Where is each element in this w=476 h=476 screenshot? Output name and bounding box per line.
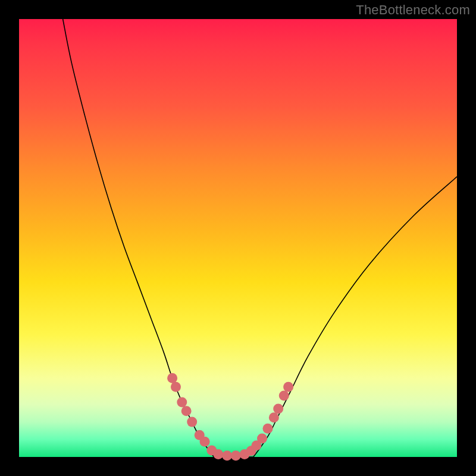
marker-dot: [263, 424, 273, 434]
marker-dot: [283, 382, 293, 392]
plot-area: [19, 19, 457, 457]
marker-dot: [167, 373, 177, 383]
marker-dot: [273, 404, 283, 414]
chart-frame: TheBottleneck.com: [0, 0, 476, 476]
curve-svg: [19, 19, 457, 457]
marker-dot: [177, 397, 187, 408]
marker-dot: [181, 406, 192, 416]
marker-dot: [171, 382, 181, 392]
marker-dot: [200, 437, 210, 447]
marker-dot: [187, 417, 197, 427]
marker-dot: [231, 450, 241, 461]
marker-dot: [257, 434, 267, 444]
scatter-dots: [167, 373, 293, 461]
marker-dot: [269, 412, 279, 422]
watermark-text: TheBottleneck.com: [356, 2, 470, 18]
bottleneck-curve: [63, 19, 457, 458]
curve-lines: [63, 19, 457, 458]
marker-dot: [279, 390, 289, 400]
marker-dot: [222, 450, 232, 461]
marker-dot: [213, 449, 223, 459]
